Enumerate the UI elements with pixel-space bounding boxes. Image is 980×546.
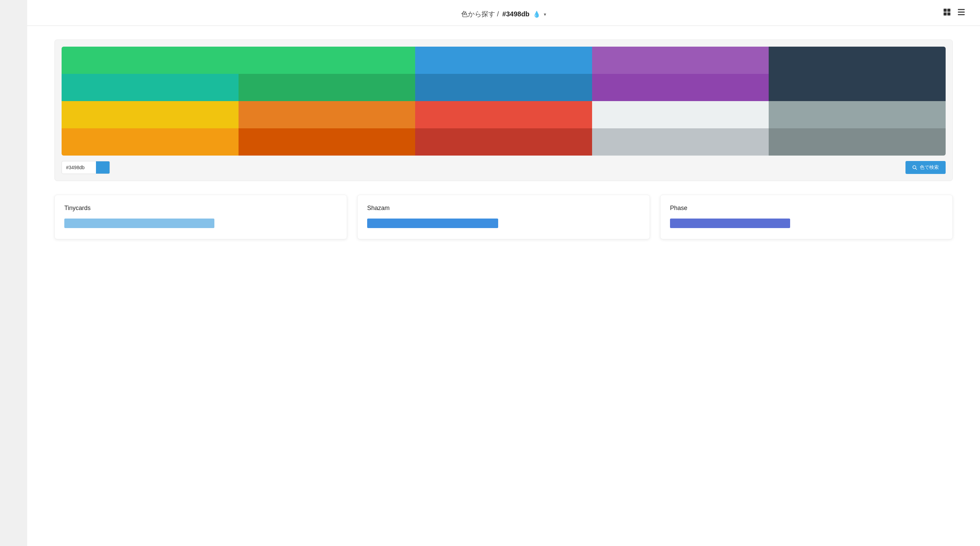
content-area: 色で検索 TinycardsShazamPhase (27, 26, 980, 253)
palette-card[interactable]: Shazam (357, 195, 650, 239)
color-cell[interactable] (62, 47, 239, 74)
color-preview-box[interactable] (96, 161, 110, 174)
color-cell[interactable] (415, 74, 592, 101)
color-cell[interactable] (239, 47, 415, 74)
color-input-left (62, 161, 110, 174)
palette-bars (670, 218, 943, 228)
list-view-button[interactable] (956, 7, 966, 19)
palette-bars (367, 218, 640, 228)
header-title: 色から探す / #3498db 💧 ▾ (461, 10, 546, 19)
palette-bars (64, 218, 337, 228)
palette-card-title: Shazam (367, 205, 640, 212)
color-input-row: 色で検索 (62, 161, 946, 174)
chevron-down-icon[interactable]: ▾ (544, 11, 546, 17)
color-code-display: #3498db (502, 10, 530, 18)
palette-main-bar (367, 218, 498, 228)
grid-view-button[interactable] (942, 7, 952, 19)
color-cell[interactable] (62, 101, 239, 128)
svg-rect-1 (947, 8, 950, 11)
color-cell[interactable] (592, 74, 769, 101)
view-toggle (942, 7, 966, 19)
color-picker-card: 色で検索 (54, 40, 953, 181)
color-cell[interactable] (62, 74, 239, 101)
palette-main-bar (670, 218, 790, 228)
color-cell[interactable] (415, 47, 592, 74)
title-prefix: 色から探す / (461, 10, 499, 19)
color-hex-input[interactable] (62, 162, 96, 173)
palette-card[interactable]: Phase (660, 195, 953, 239)
svg-rect-3 (947, 12, 950, 15)
svg-line-8 (916, 169, 917, 170)
color-cell[interactable] (769, 47, 946, 74)
svg-rect-0 (943, 8, 947, 11)
result-cards: TinycardsShazamPhase (54, 195, 953, 239)
svg-rect-6 (958, 14, 965, 15)
svg-rect-4 (958, 9, 965, 10)
search-btn-label: 色で検索 (920, 164, 939, 170)
color-cell[interactable] (769, 101, 946, 128)
palette-main-bar (64, 218, 215, 228)
color-cell[interactable] (239, 101, 415, 128)
palette-card[interactable]: Tinycards (54, 195, 347, 239)
color-cell[interactable] (415, 128, 592, 156)
color-cell[interactable] (592, 47, 769, 74)
header: 色から探す / #3498db 💧 ▾ (27, 0, 980, 26)
color-cell[interactable] (769, 128, 946, 156)
color-search-button[interactable]: 色で検索 (905, 161, 946, 174)
color-cell[interactable] (592, 101, 769, 128)
sidebar (0, 0, 27, 546)
palette-card-title: Phase (670, 205, 943, 212)
color-cell[interactable] (592, 128, 769, 156)
svg-rect-5 (958, 11, 965, 13)
palette-card-title: Tinycards (64, 205, 337, 212)
water-drop-icon: 💧 (533, 11, 540, 18)
color-grid (62, 47, 946, 156)
page-wrapper: 色から探す / #3498db 💧 ▾ (0, 0, 980, 546)
color-cell[interactable] (62, 128, 239, 156)
color-cell[interactable] (415, 101, 592, 128)
svg-rect-2 (943, 12, 947, 15)
color-cell[interactable] (239, 128, 415, 156)
main-content: 色から探す / #3498db 💧 ▾ (27, 0, 980, 546)
color-cell[interactable] (239, 74, 415, 101)
color-cell[interactable] (769, 74, 946, 101)
